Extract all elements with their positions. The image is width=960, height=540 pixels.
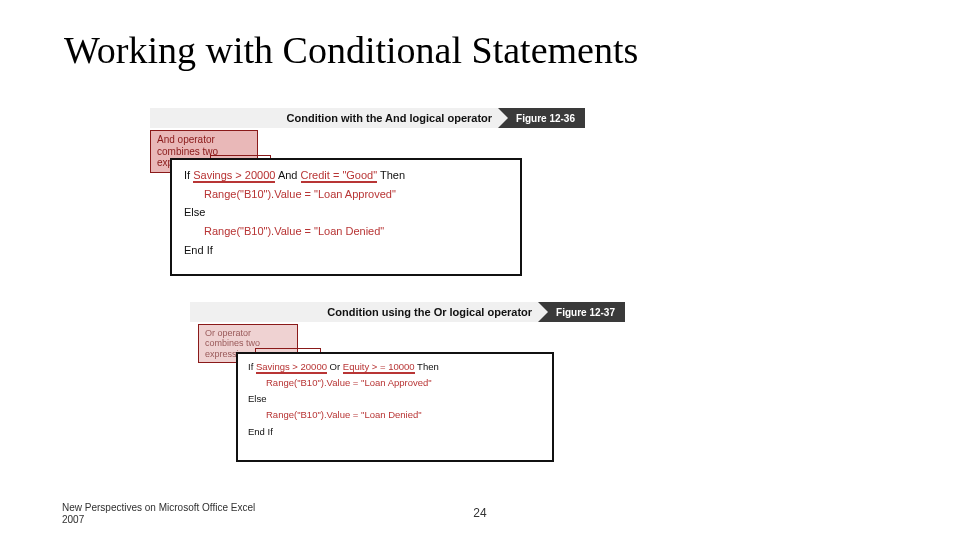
- figure-caption: Condition using the Or logical operator: [327, 306, 538, 318]
- figure-caption: Condition with the And logical operator: [287, 112, 499, 124]
- code-block-figure-2: If Savings > 20000 Or Equity > = 10000 T…: [236, 352, 554, 462]
- figure-header: Condition using the Or logical operator …: [190, 302, 625, 322]
- page-title: Working with Conditional Statements: [64, 28, 638, 72]
- code-line: Range("B10").Value = "Loan Approved": [184, 185, 508, 204]
- code-line: Range("B10").Value = "Loan Denied": [248, 407, 542, 423]
- arrow-line: [210, 155, 270, 156]
- code-line: Range("B10").Value = "Loan Denied": [184, 222, 508, 241]
- code-line: If Savings > 20000 Or Equity > = 10000 T…: [248, 359, 542, 375]
- page-number: 24: [473, 506, 486, 520]
- code-block-figure-1: If Savings > 20000 And Credit = "Good" T…: [170, 158, 522, 276]
- figure-tag: Figure 12-36: [498, 108, 585, 128]
- code-line: Range("B10").Value = "Loan Approved": [248, 375, 542, 391]
- code-line: End If: [184, 241, 508, 260]
- figure-tag: Figure 12-37: [538, 302, 625, 322]
- figure-12-37: Condition using the Or logical operator …: [190, 302, 625, 322]
- code-line: End If: [248, 424, 542, 440]
- slide: Working with Conditional Statements Cond…: [0, 0, 960, 540]
- code-line: Else: [248, 391, 542, 407]
- code-line: Else: [184, 203, 508, 222]
- code-line: If Savings > 20000 And Credit = "Good" T…: [184, 166, 508, 185]
- footer-source: New Perspectives on Microsoft Office Exc…: [62, 502, 262, 526]
- arrow-line: [255, 348, 320, 349]
- figure-12-36: Condition with the And logical operator …: [150, 108, 585, 128]
- figure-header: Condition with the And logical operator …: [150, 108, 585, 128]
